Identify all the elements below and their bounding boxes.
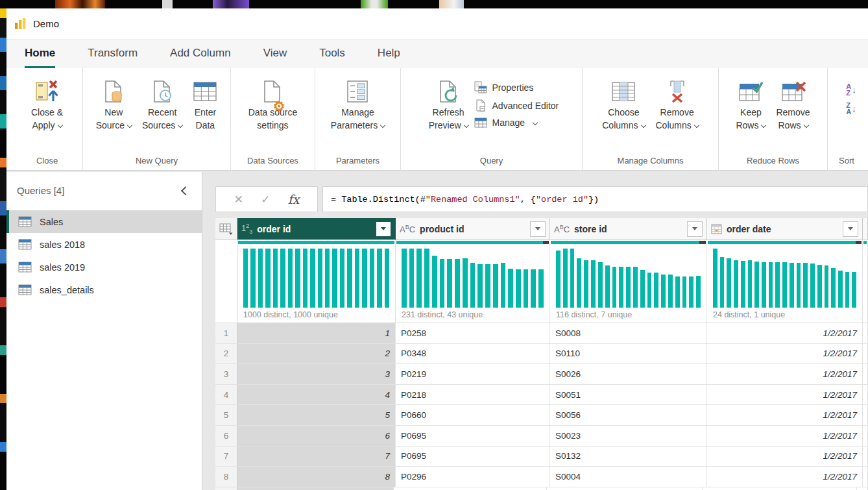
column-header-order-date[interactable]: order date	[707, 218, 863, 240]
cell-order-date[interactable]: 1/2/2017	[707, 323, 863, 344]
cell-order-date[interactable]: 1/2/2017	[707, 405, 863, 426]
chevron-down-icon	[694, 123, 699, 128]
tab-add-column[interactable]: Add Column	[170, 40, 231, 68]
column-header-store-id[interactable]: ABCstore id	[550, 218, 707, 240]
distribution-bar	[782, 262, 787, 308]
cell-product-id[interactable]: P0258	[396, 323, 550, 344]
background-window-thumbnail	[213, 0, 249, 8]
cell-product-id[interactable]: P0348	[396, 344, 550, 365]
choose-columns-button[interactable]: ChooseColumns	[597, 68, 649, 170]
tab-transform[interactable]: Transform	[88, 40, 138, 68]
cell-store-id[interactable]: S0008	[550, 323, 707, 344]
query-item-sales-details[interactable]: sales_details	[6, 278, 202, 301]
column-header-product-id[interactable]: ABCproduct id	[396, 218, 550, 240]
cell-product-id[interactable]: P0660	[396, 405, 550, 426]
cell-order-id[interactable]: 2	[237, 344, 396, 365]
column-filter-dropdown[interactable]	[376, 221, 391, 237]
cell-order-date[interactable]: 1/2/2017	[707, 344, 863, 365]
row-number[interactable]: 6	[215, 426, 237, 447]
cell-product-id[interactable]: P0218	[396, 385, 550, 406]
distribution-bar	[682, 276, 687, 308]
cell-product-id[interactable]: P0695	[396, 426, 550, 447]
cell-order-date[interactable]: 1/2/2017	[707, 385, 863, 406]
column-filter-dropdown[interactable]	[530, 221, 546, 237]
cancel-icon[interactable]: ✕	[234, 193, 243, 206]
close-apply-button[interactable]: Close &Apply	[27, 68, 67, 170]
manage-button[interactable]: Manage	[474, 117, 538, 128]
keep-rows-button[interactable]: KeepRows	[731, 68, 770, 170]
sort-ascending-icon[interactable]: AZ↓	[846, 84, 856, 96]
query-item-sales-2019[interactable]: sales 2019	[6, 256, 202, 278]
properties-button[interactable]: Properties	[474, 81, 534, 93]
cell-store-id[interactable]: S0110	[550, 344, 707, 365]
cell-product-id[interactable]: P0695	[396, 447, 550, 467]
row-number[interactable]: 8	[215, 467, 237, 487]
cell-order-date[interactable]: 1/2/2017	[707, 364, 863, 385]
cell-order-date[interactable]: 1/2/2017	[707, 447, 863, 467]
ribbon-group-label: Query	[401, 156, 582, 165]
row-number[interactable]: 4	[215, 385, 237, 406]
cell-order-id[interactable]: 5	[237, 405, 396, 426]
remove-columns-button[interactable]: RemoveColumns	[651, 68, 703, 170]
cell-order-id[interactable]: 1	[237, 323, 396, 344]
column-quality-bar	[396, 241, 549, 244]
cell-partial	[863, 385, 868, 406]
collapse-chevron-icon[interactable]	[181, 186, 190, 195]
cell-partial	[237, 487, 394, 490]
cell-store-id[interactable]: S0056	[550, 405, 707, 426]
advanced-editor-button[interactable]: Advanced Editor	[474, 99, 559, 112]
sort-descending-icon[interactable]: ZA↓	[846, 103, 856, 115]
select-all-button[interactable]	[215, 218, 237, 240]
cell-store-id[interactable]: S0004	[550, 467, 707, 487]
chevron-down-icon	[761, 123, 766, 128]
recent-sources-button[interactable]: RecentSources	[138, 68, 187, 170]
distribution-bar	[340, 249, 344, 308]
data-source-settings-button[interactable]: ⚙Data sourcesettings	[244, 68, 302, 170]
cell-order-id[interactable]: 8	[237, 467, 396, 487]
tab-home[interactable]: Home	[25, 40, 55, 68]
manage-parameters-button[interactable]: ManageParameters	[326, 68, 389, 170]
remove-rows-button[interactable]: RemoveRows	[771, 68, 814, 170]
check-icon[interactable]: ✓	[261, 193, 270, 206]
cell-order-id[interactable]: 7	[237, 447, 396, 467]
cell-store-id[interactable]: S0026	[550, 364, 707, 385]
row-number[interactable]: 5	[215, 405, 237, 426]
cell-order-date[interactable]: 1/2/2017	[707, 426, 863, 447]
row-number[interactable]: 1	[215, 323, 237, 344]
formula-input[interactable]: = Table.Distinct(#"Renamed Columns1", {"…	[322, 186, 868, 212]
cell-order-id[interactable]: 4	[237, 385, 396, 406]
tab-help[interactable]: Help	[378, 40, 400, 68]
query-item-sales[interactable]: Sales	[6, 210, 202, 233]
new-source-button[interactable]: NewSource	[91, 68, 136, 170]
cell-store-id[interactable]: S0023	[550, 426, 707, 447]
formula-part: })	[588, 195, 599, 204]
column-filter-dropdown[interactable]	[687, 221, 703, 237]
query-item-sales-2018[interactable]: sales 2018	[6, 233, 202, 256]
cell-product-id[interactable]: P0296	[396, 467, 550, 487]
column-header-order-id[interactable]: 123order id	[237, 218, 396, 240]
formula-bar-buttons: ✕ ✓ fx	[215, 186, 318, 212]
row-number[interactable]: 2	[215, 344, 237, 365]
row-number[interactable]: 3	[215, 364, 237, 385]
tab-view[interactable]: View	[263, 40, 287, 68]
column-filter-dropdown[interactable]	[843, 221, 858, 237]
tab-tools[interactable]: Tools	[319, 40, 345, 68]
cell-order-date[interactable]: 1/2/2017	[707, 467, 863, 487]
new-source-icon	[104, 77, 123, 106]
button-label: ManageParameters	[331, 106, 385, 132]
cell-product-id[interactable]: P0219	[396, 364, 550, 385]
distribution-bar	[325, 249, 330, 308]
cell-store-id[interactable]: S0051	[550, 385, 707, 406]
fx-icon[interactable]: fx	[288, 192, 300, 206]
cell-order-id[interactable]: 6	[237, 426, 396, 447]
cell-partial	[394, 487, 547, 490]
cell-order-id[interactable]: 3	[237, 364, 396, 385]
cell-store-id[interactable]: S0132	[550, 447, 707, 467]
distribution-bar	[762, 262, 766, 308]
refresh-preview-button[interactable]: RefreshPreview	[424, 68, 473, 170]
enter-data-button[interactable]: EnterData	[188, 68, 222, 170]
row-number[interactable]: 7	[215, 447, 237, 467]
cell-partial	[863, 344, 868, 365]
distribution-bar	[556, 251, 561, 308]
distribution-bar	[605, 265, 610, 308]
